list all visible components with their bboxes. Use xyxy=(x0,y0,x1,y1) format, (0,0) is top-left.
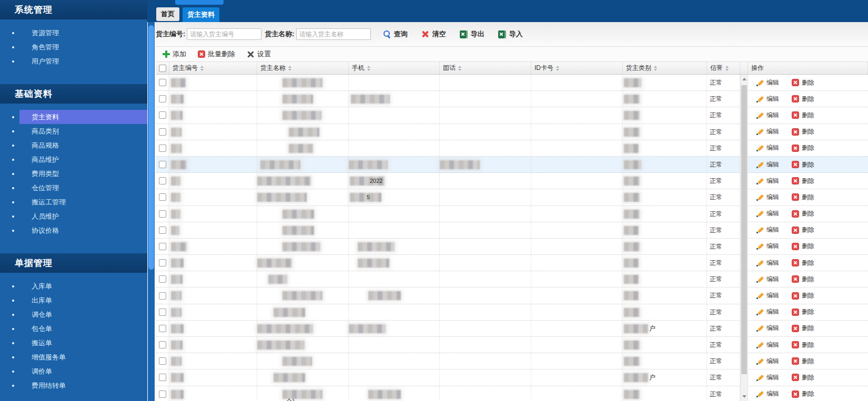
import-button[interactable]: 导入 xyxy=(498,29,523,39)
table-row[interactable]: 正常编辑删除 xyxy=(156,304,868,321)
row-checkbox[interactable] xyxy=(159,357,166,365)
owner-name-input[interactable] xyxy=(296,28,371,40)
table-row[interactable]: 正常编辑删除 xyxy=(156,107,868,124)
table-row[interactable]: 5正常编辑删除 xyxy=(156,189,868,205)
row-edit-button[interactable]: 编辑 xyxy=(756,307,779,316)
column-header-category[interactable]: 货主类别 xyxy=(623,62,707,74)
row-edit-button[interactable]: 编辑 xyxy=(756,209,779,218)
row-delete-button[interactable]: 删除 xyxy=(792,177,814,186)
row-delete-button[interactable]: 删除 xyxy=(792,389,814,398)
row-delete-button[interactable]: 删除 xyxy=(792,209,814,218)
table-row[interactable]: 正常编辑删除 xyxy=(156,75,868,91)
row-delete-button[interactable]: 删除 xyxy=(792,242,814,251)
row-edit-button[interactable]: 编辑 xyxy=(756,259,779,268)
sidebar-section-header[interactable]: 基础资料 xyxy=(0,84,147,104)
table-row[interactable]: 正常编辑删除 xyxy=(156,271,868,287)
row-checkbox[interactable] xyxy=(159,177,166,184)
query-button[interactable]: 查询 xyxy=(383,29,408,39)
sidebar-section-header[interactable]: 单据管理 xyxy=(0,253,147,273)
sidebar-item-fee-carryover-order[interactable]: 费用结转单 xyxy=(0,378,147,393)
select-all-checkbox[interactable] xyxy=(159,65,166,72)
row-delete-button[interactable]: 删除 xyxy=(792,193,814,202)
row-edit-button[interactable]: 编辑 xyxy=(756,242,779,251)
row-edit-button[interactable]: 编辑 xyxy=(756,95,779,104)
column-header-idcard[interactable]: ID卡号 xyxy=(531,62,623,74)
sort-arrows-icon[interactable] xyxy=(556,66,559,71)
sidebar-item-product-spec[interactable]: 商品规格 xyxy=(0,138,147,152)
table-row[interactable]: 正常编辑删除 xyxy=(156,140,868,157)
sidebar-item-transfer-order[interactable]: 调仓单 xyxy=(0,307,147,322)
add-button[interactable]: 添加 xyxy=(163,49,186,59)
row-checkbox[interactable] xyxy=(159,275,166,283)
row-edit-button[interactable]: 编辑 xyxy=(756,373,779,382)
row-delete-button[interactable]: 删除 xyxy=(792,111,814,120)
sidebar-item-inbound-order[interactable]: 入库单 xyxy=(0,279,147,293)
table-row[interactable]: 正常编辑删除 xyxy=(156,222,868,239)
batch-delete-button[interactable]: 批量删除 xyxy=(198,49,235,59)
scroll-up-arrow-icon[interactable] xyxy=(742,78,746,80)
column-header-tel[interactable]: 固话 xyxy=(440,62,531,74)
table-row[interactable]: 正常编辑删除 xyxy=(156,337,868,353)
table-row[interactable]: 户正常编辑删除 xyxy=(156,321,868,337)
table-row[interactable]: 正常编辑删除 xyxy=(156,157,868,173)
sidebar-item-porter-order[interactable]: 搬运单 xyxy=(0,336,147,350)
row-delete-button[interactable]: 删除 xyxy=(792,143,814,152)
row-delete-button[interactable]: 删除 xyxy=(792,357,814,366)
row-delete-button[interactable]: 删除 xyxy=(792,291,814,300)
grid-vertical-scrollbar[interactable] xyxy=(740,75,748,401)
settings-button[interactable]: 设置 xyxy=(247,49,271,59)
row-edit-button[interactable]: 编辑 xyxy=(756,143,779,152)
tab-home[interactable]: 首页 xyxy=(156,7,179,21)
row-delete-button[interactable]: 删除 xyxy=(792,259,814,268)
column-header-name[interactable]: 货主名称 xyxy=(257,62,349,74)
sidebar-item-fee-type[interactable]: 费用类型 xyxy=(0,167,147,181)
sidebar-item-outbound-order[interactable]: 出库单 xyxy=(0,293,147,307)
row-edit-button[interactable]: 编辑 xyxy=(756,357,779,366)
sidebar-item-lease-order[interactable]: 包仓单 xyxy=(0,322,147,336)
sort-arrows-icon[interactable] xyxy=(200,66,204,71)
sidebar-item-staff-maintain[interactable]: 人员维护 xyxy=(0,209,147,223)
row-checkbox[interactable] xyxy=(159,95,166,102)
export-button[interactable]: 导出 xyxy=(460,29,485,39)
table-row[interactable]: 正常编辑删除 xyxy=(156,287,868,304)
row-checkbox[interactable] xyxy=(159,325,166,332)
sidebar-section-header[interactable]: 系统管理 xyxy=(0,0,147,19)
sidebar-item-price-adjust-order[interactable]: 调价单 xyxy=(0,364,147,378)
row-delete-button[interactable]: 删除 xyxy=(792,225,814,234)
row-edit-button[interactable]: 编辑 xyxy=(756,324,779,333)
sidebar-item-product-maintain[interactable]: 商品维护 xyxy=(0,152,147,167)
row-edit-button[interactable]: 编辑 xyxy=(756,275,779,284)
sidebar-item-product-category[interactable]: 商品类别 xyxy=(0,124,147,138)
row-checkbox[interactable] xyxy=(159,161,166,168)
table-row[interactable]: 正常编辑删除 xyxy=(156,353,868,369)
row-delete-button[interactable]: 删除 xyxy=(792,324,814,333)
row-checkbox[interactable] xyxy=(159,193,166,201)
row-edit-button[interactable]: 编辑 xyxy=(756,78,779,87)
row-delete-button[interactable]: 删除 xyxy=(792,341,814,349)
table-row[interactable]: 2022正常编辑删除 xyxy=(156,173,868,189)
row-checkbox[interactable] xyxy=(159,309,166,316)
sidebar-scrollbar-thumb[interactable] xyxy=(148,25,154,270)
row-delete-button[interactable]: 删除 xyxy=(792,373,814,382)
row-checkbox[interactable] xyxy=(159,259,166,266)
row-edit-button[interactable]: 编辑 xyxy=(756,177,779,186)
row-checkbox[interactable] xyxy=(159,145,166,152)
sort-arrows-icon[interactable] xyxy=(288,66,291,71)
sidebar-item-cargo-owner-data[interactable]: 货主资料 xyxy=(0,110,147,124)
sort-arrows-icon[interactable] xyxy=(458,66,461,71)
sidebar-scrollbar[interactable] xyxy=(148,22,155,401)
column-header-phone[interactable]: 手机 xyxy=(349,62,440,74)
table-row[interactable]: 正常编辑删除 xyxy=(156,255,868,271)
row-checkbox[interactable] xyxy=(159,79,166,86)
top-menu-active-indicator[interactable] xyxy=(175,0,224,5)
row-checkbox[interactable] xyxy=(159,390,166,398)
table-row[interactable]: 正常编辑删除 xyxy=(156,239,868,255)
sort-arrows-icon[interactable] xyxy=(367,66,370,71)
row-delete-button[interactable]: 删除 xyxy=(792,160,814,169)
table-row[interactable]: 户正常编辑删除 xyxy=(156,369,868,386)
sidebar-item-agreement-price[interactable]: 协议价格 xyxy=(0,223,147,238)
column-header-credit[interactable]: 信誉 xyxy=(707,62,740,74)
row-checkbox[interactable] xyxy=(159,341,166,348)
row-edit-button[interactable]: 编辑 xyxy=(756,193,779,202)
row-checkbox[interactable] xyxy=(159,292,166,300)
